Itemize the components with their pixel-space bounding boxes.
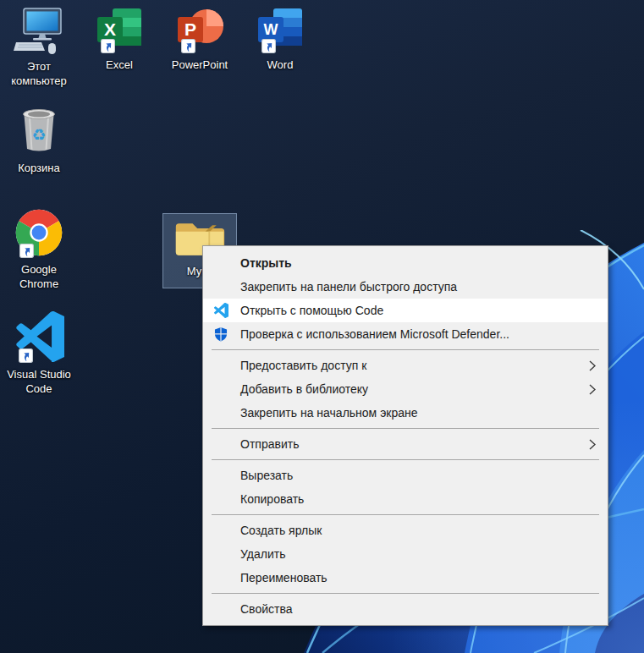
menu-item[interactable]: Предоставить доступ к — [203, 354, 608, 377]
menu-separator — [212, 428, 599, 429]
menu-icon-spacer — [213, 546, 240, 562]
menu-icon-spacer — [213, 436, 240, 452]
submenu-arrow-icon — [589, 439, 596, 450]
excel-icon: X — [96, 7, 143, 52]
svg-text:W: W — [264, 21, 278, 38]
this-pc-icon — [14, 7, 64, 54]
menu-icon-spacer — [213, 523, 240, 538]
svg-text:♻: ♻ — [31, 125, 46, 144]
menu-item[interactable]: Создать ярлык — [203, 519, 608, 542]
menu-item[interactable]: Открыть — [203, 251, 608, 275]
desktop-icon-label: Этот компьютер — [1, 59, 77, 88]
menu-icon-spacer — [213, 358, 240, 373]
powerpoint-icon: P — [176, 7, 223, 52]
menu-separator — [212, 459, 599, 460]
shortcut-arrow-icon — [261, 39, 276, 53]
menu-separator — [212, 349, 599, 350]
desktop: Этот компьютер X Excel P PowerPoint W Wo… — [0, 0, 644, 653]
desktop-icon-word[interactable]: W Word — [242, 7, 318, 72]
desktop-icon-label: Google Chrome — [1, 262, 77, 291]
vscode-icon — [14, 311, 64, 362]
desktop-icon-label: Word — [267, 58, 294, 72]
menu-item[interactable]: Отправить — [203, 432, 608, 456]
menu-item[interactable]: Копировать — [203, 487, 608, 511]
menu-item[interactable]: Проверка с использованием Microsoft Defe… — [203, 322, 608, 346]
defender-icon — [213, 326, 240, 342]
menu-item[interactable]: Свойства — [203, 597, 608, 621]
desktop-icon-this-pc[interactable]: Этот компьютер — [1, 7, 77, 88]
svg-text:P: P — [184, 19, 196, 39]
menu-icon-spacer — [213, 279, 240, 294]
menu-icon-spacer — [213, 601, 240, 617]
submenu-arrow-icon — [589, 384, 596, 395]
context-menu: Открыть Закрепить на панели быстрого дос… — [202, 245, 608, 626]
menu-item[interactable]: Вырезать — [203, 464, 608, 487]
menu-icon-spacer — [213, 570, 240, 585]
submenu-arrow-icon — [589, 360, 596, 371]
menu-item[interactable]: Удалить — [203, 542, 608, 566]
desktop-icon-chrome[interactable]: Google Chrome — [1, 208, 77, 291]
desktop-icon-label: Корзина — [18, 161, 60, 175]
desktop-icon-vscode[interactable]: Visual Studio Code — [1, 311, 77, 396]
menu-separator — [212, 593, 599, 594]
menu-icon-spacer — [213, 468, 240, 483]
desktop-icon-label: Excel — [106, 58, 133, 72]
desktop-icon-recycle-bin[interactable]: ♻ Корзина — [1, 105, 77, 175]
menu-icon-spacer — [213, 405, 240, 420]
menu-item[interactable]: Переименовать — [203, 566, 608, 590]
recycle-bin-icon: ♻ — [15, 105, 63, 156]
svg-text:X: X — [104, 19, 116, 39]
shortcut-arrow-icon — [19, 244, 34, 258]
menu-item[interactable]: Закрепить на начальном экране — [203, 401, 608, 425]
menu-icon-spacer — [213, 381, 240, 397]
chrome-icon — [14, 208, 63, 257]
menu-item[interactable]: Открыть с помощью Code — [203, 299, 608, 322]
menu-separator — [212, 514, 599, 515]
desktop-icon-powerpoint[interactable]: P PowerPoint — [162, 7, 238, 72]
menu-item[interactable]: Добавить в библиотеку — [203, 377, 608, 401]
desktop-icon-excel[interactable]: X Excel — [81, 7, 157, 72]
menu-icon-spacer — [213, 491, 240, 507]
shortcut-arrow-icon — [101, 39, 115, 53]
vscode-icon — [213, 303, 240, 318]
menu-item[interactable]: Закрепить на панели быстрого доступа — [203, 275, 608, 299]
desktop-icon-label: Visual Studio Code — [1, 367, 77, 396]
shortcut-arrow-icon — [19, 348, 33, 363]
shortcut-arrow-icon — [181, 39, 195, 53]
desktop-icon-label: PowerPoint — [172, 58, 228, 72]
word-icon: W — [256, 7, 304, 52]
menu-icon-spacer — [213, 255, 240, 271]
